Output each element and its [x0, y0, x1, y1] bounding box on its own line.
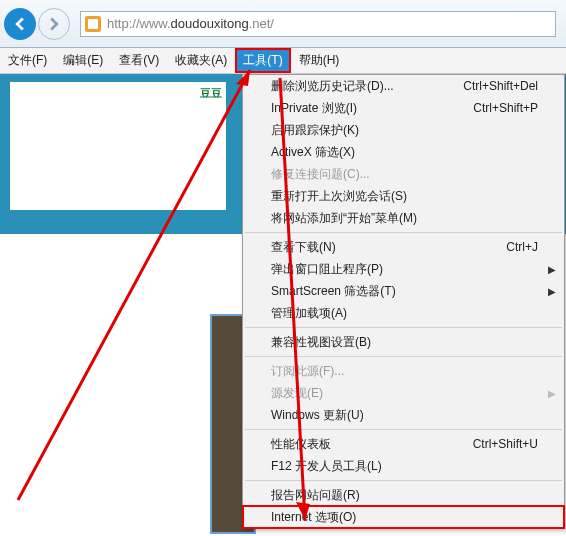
forward-button[interactable]	[38, 8, 70, 40]
menu-f12-devtools[interactable]: F12 开发人员工具(L)	[243, 455, 564, 477]
menu-inprivate[interactable]: InPrivate 浏览(I) Ctrl+Shift+P	[243, 97, 564, 119]
label: 删除浏览历史记录(D)...	[271, 78, 394, 95]
label: F12 开发人员工具(L)	[271, 458, 382, 475]
label: 管理加载项(A)	[271, 305, 347, 322]
menu-tracking[interactable]: 启用跟踪保护(K)	[243, 119, 564, 141]
label: 启用跟踪保护(K)	[271, 122, 359, 139]
separator	[245, 327, 562, 328]
separator	[245, 232, 562, 233]
separator	[245, 356, 562, 357]
menu-favorites[interactable]: 收藏夹(A)	[167, 48, 235, 73]
label: InPrivate 浏览(I)	[271, 100, 357, 117]
label: 修复连接问题(C)...	[271, 166, 370, 183]
menu-popup-blocker[interactable]: 弹出窗口阻止程序(P) ▶	[243, 258, 564, 280]
arrow-right-icon	[47, 17, 61, 31]
label: Windows 更新(U)	[271, 407, 364, 424]
page-header-strip	[10, 82, 226, 210]
separator	[245, 480, 562, 481]
menu-compat-view[interactable]: 兼容性视图设置(B)	[243, 331, 564, 353]
arrow-left-icon	[13, 17, 27, 31]
label: 弹出窗口阻止程序(P)	[271, 261, 383, 278]
menu-manage-addons[interactable]: 管理加载项(A)	[243, 302, 564, 324]
menu-smartscreen[interactable]: SmartScreen 筛选器(T) ▶	[243, 280, 564, 302]
menu-performance[interactable]: 性能仪表板 Ctrl+Shift+U	[243, 433, 564, 455]
menu-tools[interactable]: 工具(T)	[235, 48, 290, 73]
label: ActiveX 筛选(X)	[271, 144, 355, 161]
menu-windows-update[interactable]: Windows 更新(U)	[243, 404, 564, 426]
menu-edit[interactable]: 编辑(E)	[55, 48, 111, 73]
label: SmartScreen 筛选器(T)	[271, 283, 396, 300]
address-bar[interactable]: http://www.doudouxitong.net/	[80, 11, 556, 37]
menu-internet-options[interactable]: Internet 选项(O)	[243, 506, 564, 528]
menu-fix-connection: 修复连接问题(C)...	[243, 163, 564, 185]
menu-add-to-start[interactable]: 将网站添加到“开始”菜单(M)	[243, 207, 564, 229]
menu-file[interactable]: 文件(F)	[0, 48, 55, 73]
menu-bar: 文件(F) 编辑(E) 查看(V) 收藏夹(A) 工具(T) 帮助(H)	[0, 48, 566, 74]
menu-activex[interactable]: ActiveX 筛选(X)	[243, 141, 564, 163]
tools-dropdown: 删除浏览历史记录(D)... Ctrl+Shift+Del InPrivate …	[242, 74, 565, 529]
shortcut: Ctrl+Shift+Del	[463, 79, 538, 93]
label: 性能仪表板	[271, 436, 331, 453]
label: 将网站添加到“开始”菜单(M)	[271, 210, 417, 227]
menu-subscribe-feed: 订阅此源(F)...	[243, 360, 564, 382]
back-button[interactable]	[4, 8, 36, 40]
menu-feed-discover: 源发现(E) ▶	[243, 382, 564, 404]
shortcut: Ctrl+Shift+P	[473, 101, 538, 115]
address-text: http://www.doudouxitong.net/	[105, 16, 555, 31]
menu-view-downloads[interactable]: 查看下载(N) Ctrl+J	[243, 236, 564, 258]
chevron-right-icon: ▶	[548, 264, 556, 275]
label: Internet 选项(O)	[271, 509, 356, 526]
label: 源发现(E)	[271, 385, 323, 402]
menu-delete-history[interactable]: 删除浏览历史记录(D)... Ctrl+Shift+Del	[243, 75, 564, 97]
chevron-right-icon: ▶	[548, 388, 556, 399]
menu-help[interactable]: 帮助(H)	[291, 48, 348, 73]
menu-reopen-session[interactable]: 重新打开上次浏览会话(S)	[243, 185, 564, 207]
site-icon	[85, 16, 101, 32]
menu-report-site[interactable]: 报告网站问题(R)	[243, 484, 564, 506]
label: 查看下载(N)	[271, 239, 336, 256]
page-logo-text: 豆豆	[200, 86, 230, 104]
browser-nav-bar: http://www.doudouxitong.net/	[0, 0, 566, 48]
separator	[245, 429, 562, 430]
shortcut: Ctrl+Shift+U	[473, 437, 538, 451]
label: 重新打开上次浏览会话(S)	[271, 188, 407, 205]
chevron-right-icon: ▶	[548, 286, 556, 297]
menu-view[interactable]: 查看(V)	[111, 48, 167, 73]
shortcut: Ctrl+J	[506, 240, 538, 254]
label: 兼容性视图设置(B)	[271, 334, 371, 351]
label: 报告网站问题(R)	[271, 487, 360, 504]
label: 订阅此源(F)...	[271, 363, 344, 380]
